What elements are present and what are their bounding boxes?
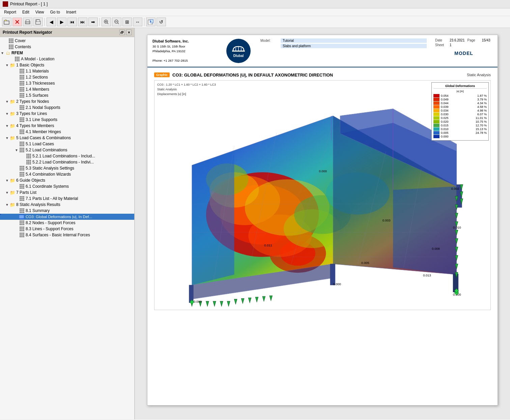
- model-info: Model: Tutorial Slabs and platform: [257, 38, 427, 63]
- tree-item-co3-global[interactable]: CO3: Global Deformations |u|, In Def...: [0, 214, 134, 220]
- close-red-button[interactable]: [12, 18, 22, 26]
- tree-item-1-3[interactable]: 1.3 Thicknesses: [0, 80, 134, 86]
- viz-container: CO3 : 1.20 * LC1 + 1.60 * LC2 + 1.60 * L…: [154, 81, 490, 310]
- first-page-button[interactable]: ⏮: [67, 18, 77, 26]
- logo-text: Dlubal: [233, 54, 244, 58]
- tree-item-parts-list[interactable]: ▼ 📁 7 Parts List: [0, 189, 134, 196]
- label-1-3: 1.3 Thicknesses: [26, 81, 55, 86]
- toggle-7-1: [14, 196, 19, 201]
- tree-item-guide-objects[interactable]: ▼ 📁 6 Guide Objects: [0, 177, 134, 183]
- legend-row-8: 0.015 12.70 %: [433, 124, 487, 127]
- export-button[interactable]: ▶: [146, 18, 155, 26]
- tree-item-8-3[interactable]: 8.3 Lines - Support Forces: [0, 226, 134, 232]
- zoom-in-button[interactable]: [102, 18, 111, 26]
- toggle-types-nodes[interactable]: ▼: [5, 99, 9, 104]
- label-a-model: A Model - Location: [21, 57, 54, 61]
- legend-value-2: 0.044: [441, 101, 476, 105]
- legend-pct-10: 24.78 %: [476, 131, 487, 134]
- tree-item-types-lines[interactable]: ▼ 📁 3 Types for Lines: [0, 111, 134, 117]
- toolbar: ◀ ▶ ⏮ ⏭ ➡ ⊞ ↔ ▶ ↺: [0, 16, 510, 28]
- tree-item-1-4[interactable]: 1.4 Members: [0, 86, 134, 92]
- fit-page-button[interactable]: ⊞: [122, 18, 132, 26]
- toggle-basic-objects[interactable]: ▼: [5, 63, 9, 67]
- print-preview-button[interactable]: [33, 18, 43, 26]
- label-basic-objects: 1 Basic Objects: [16, 63, 44, 67]
- legend-color-0: [433, 94, 440, 97]
- toggle-load-cases[interactable]: ▼: [5, 136, 9, 140]
- menu-view[interactable]: View: [33, 9, 47, 15]
- chart-tag: Graphic: [154, 72, 170, 77]
- tree-item-2-1[interactable]: 2.1 Nodal Supports: [0, 104, 134, 111]
- label-types-members: 4 Types for Members: [16, 123, 54, 128]
- tree-item-5-3[interactable]: 5.3 Static Analysis Settings: [0, 165, 134, 171]
- fit-width-button[interactable]: ↔: [133, 18, 142, 26]
- print-button[interactable]: [23, 18, 32, 26]
- prev-page-button[interactable]: ◀: [47, 18, 56, 26]
- tree-item-a-model[interactable]: A Model - Location: [0, 56, 134, 62]
- menu-report[interactable]: Report: [1, 9, 19, 15]
- legend-color-11: [433, 135, 440, 138]
- toggle-contents: [3, 44, 8, 49]
- toggle-guide-objects[interactable]: ▼: [5, 178, 9, 183]
- restore-button[interactable]: 🗗: [119, 30, 125, 35]
- icon-5-1: [19, 142, 25, 146]
- sheet-value: 1: [450, 43, 452, 47]
- nav-arrow-button[interactable]: ➡: [88, 18, 98, 26]
- legend-color-1: [433, 98, 440, 101]
- zoom-out-button[interactable]: [112, 18, 121, 26]
- icon-types-members: 📁: [9, 123, 16, 128]
- legend-box: Global Deformations |u| [in] 0.054 1.87 …: [431, 82, 489, 141]
- svg-text:0.002: 0.002: [451, 187, 459, 190]
- svg-line-14: [118, 23, 119, 24]
- tree-item-5-1[interactable]: 5.1 Load Cases: [0, 141, 134, 147]
- next-page-button[interactable]: ▶: [57, 18, 66, 26]
- tree-item-1-2[interactable]: 1.2 Sections: [0, 74, 134, 80]
- tree-item-8-1[interactable]: 8.1 Summary: [0, 208, 134, 214]
- tree-item-8-2[interactable]: 8.2 Nodes - Support Forces: [0, 220, 134, 226]
- tree-item-cover[interactable]: Cover: [0, 38, 134, 44]
- tree-item-7-1[interactable]: 7.1 Parts List - All by Material: [0, 196, 134, 202]
- svg-rect-8: [36, 20, 40, 22]
- toggle-rfem[interactable]: ▼: [0, 51, 5, 55]
- company-address1: 30 S 15th St, 15th floor: [152, 44, 220, 49]
- menu-goto[interactable]: Go to: [48, 9, 63, 15]
- tree-item-types-members[interactable]: ▼ 📁 4 Types for Members: [0, 123, 134, 129]
- toggle-types-members[interactable]: ▼: [5, 123, 9, 128]
- close-nav-button[interactable]: ✕: [126, 30, 132, 35]
- tree-item-1-1[interactable]: 1.1 Materials: [0, 68, 134, 74]
- open-button[interactable]: [2, 18, 11, 26]
- label-8-3: 8.3 Lines - Support Forces: [26, 227, 73, 231]
- chart-title: CO3: GLOBAL DEFORMATIONS |U|, IN DEFAULT…: [172, 72, 333, 78]
- tree-item-static-results[interactable]: ▼ 📁 8 Static Analysis Results: [0, 202, 134, 208]
- toggle-6-1: [14, 184, 19, 189]
- tree-item-load-cases[interactable]: ▼ 📁 5 Load Cases & Combinations: [0, 135, 134, 141]
- refresh-button[interactable]: ↺: [157, 18, 166, 26]
- menu-edit[interactable]: Edit: [20, 9, 32, 15]
- tree-item-6-1[interactable]: 6.1 Coordinate Systems: [0, 183, 134, 189]
- tree-item-4-1[interactable]: 4.1 Member Hinges: [0, 129, 134, 135]
- tree-item-5-2-2[interactable]: 5.2.2 Load Combinations - Indivi...: [0, 159, 134, 165]
- svg-rect-4: [26, 20, 29, 22]
- svg-text:0.011: 0.011: [264, 243, 272, 247]
- tree-item-basic-objects[interactable]: ▼ 📁 1 Basic Objects: [0, 62, 134, 68]
- tree-item-5-4[interactable]: 5.4 Combination Wizards: [0, 171, 134, 177]
- toggle-types-lines[interactable]: ▼: [5, 111, 9, 116]
- tree-item-5-2-1[interactable]: 5.2.1 Load Combinations - Includ...: [0, 153, 134, 159]
- toggle-static-results[interactable]: ▼: [5, 202, 9, 207]
- tree-item-contents[interactable]: Contents: [0, 44, 134, 50]
- last-page-button[interactable]: ⏭: [78, 18, 87, 26]
- icon-5-2-1: [26, 154, 32, 158]
- menu-insert[interactable]: Insert: [63, 9, 79, 15]
- navigator-tree: Cover Contents ▼ 🗂 RFEM A Model - Locati…: [0, 37, 134, 419]
- toggle-parts-list[interactable]: ▼: [5, 190, 9, 195]
- date-info: Date 23.6.2021 Page 15/43 Sheet 1 MODEL: [432, 38, 492, 63]
- tree-item-rfem[interactable]: ▼ 🗂 RFEM: [0, 50, 134, 56]
- tree-item-8-4[interactable]: 8.4 Surfaces - Basic Internal Forces: [0, 232, 134, 238]
- tree-item-5-2[interactable]: ▼ 5.2 Load Combinations: [0, 147, 134, 153]
- tree-item-3-1[interactable]: 3.1 Line Supports: [0, 117, 134, 123]
- toggle-5-2[interactable]: ▼: [14, 148, 19, 152]
- toggle-1-1: [14, 69, 19, 73]
- tree-item-1-5[interactable]: 1.5 Surfaces: [0, 92, 134, 98]
- tree-item-types-nodes[interactable]: ▼ 📁 2 Types for Nodes: [0, 98, 134, 104]
- report-content: Graphic CO3: GLOBAL DEFORMATIONS |U|, IN…: [147, 67, 498, 315]
